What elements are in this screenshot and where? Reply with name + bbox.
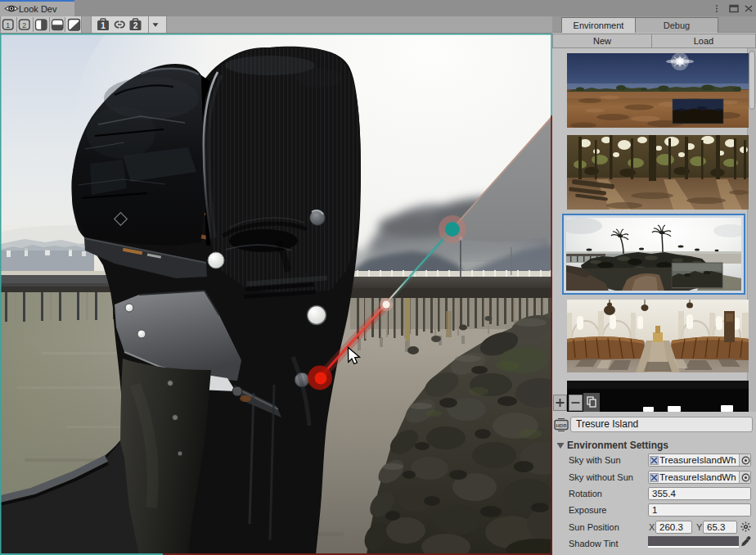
svg-text:1: 1 (101, 21, 106, 30)
svg-text:HDR: HDR (556, 423, 568, 428)
svg-text:2: 2 (22, 20, 26, 29)
svg-text:1: 1 (6, 20, 10, 29)
svg-text:2: 2 (133, 21, 138, 30)
